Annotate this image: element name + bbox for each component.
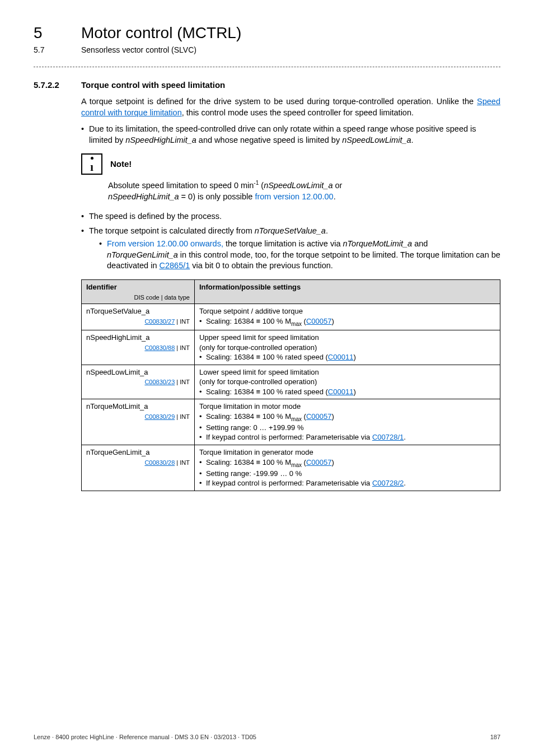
identifier-name: nTorqueGenLimit_a xyxy=(86,448,149,456)
parameter-table: Identifier DIS code | data type Informat… xyxy=(81,279,500,491)
ps-i2: nTorqueGenLimit_a xyxy=(107,250,178,259)
info-title: Torque limitation in motor mode xyxy=(199,402,495,412)
note-sup: -1 xyxy=(254,180,259,186)
info-subtitle: (only for torque-controlled operation) xyxy=(199,343,495,353)
info-bullet: Scaling: 16384 ≡ 100 % rated speed (C000… xyxy=(199,352,495,362)
bullet-close: . xyxy=(404,433,406,441)
dis-code-link[interactable]: C00830/28 xyxy=(144,459,175,466)
ps-m1: and xyxy=(412,239,428,248)
identifier-name: nTorqueMotLimit_a xyxy=(86,402,148,410)
identifier-subline: C00830/23 | INT xyxy=(86,378,190,386)
dis-code-link[interactable]: C00830/88 xyxy=(144,344,175,351)
info-icon: ı xyxy=(81,153,102,175)
identifier-subline: C00830/88 | INT xyxy=(86,344,190,352)
intro-bullet-1: Due to its limitation, the speed-control… xyxy=(81,124,500,146)
post-sub-bullets: From version 12.00.00 onwards, the torqu… xyxy=(89,239,500,272)
param-link[interactable]: C00728/2 xyxy=(372,479,404,487)
footer-page-number: 187 xyxy=(490,733,500,741)
bullet-subscript: max xyxy=(291,461,302,468)
table-row: nTorqueGenLimit_aC00830/28 | INTTorque l… xyxy=(82,445,500,491)
info-title: Torque setpoint / additive torque xyxy=(199,306,495,316)
info-bullet: Scaling: 16384 ≡ 100 % rated speed (C000… xyxy=(199,387,495,397)
bullet-pre: Scaling: 16384 ≡ 100 % M xyxy=(206,317,291,325)
identifier-subline: C00830/27 | INT xyxy=(86,318,190,326)
bullet-pre: Scaling: 16384 ≡ 100 % M xyxy=(206,458,291,466)
param-link[interactable]: C00057 xyxy=(306,458,332,466)
info-subtitle: (only for torque-controlled operation) xyxy=(199,377,495,387)
info-bullet: Setting range: -199.99 … 0 % xyxy=(199,469,495,479)
param-link[interactable]: C00057 xyxy=(306,412,332,421)
info-title: Upper speed limit for speed limitation xyxy=(199,333,495,343)
info-bullets: Scaling: 16384 ≡ 100 % Mmax (C00057) xyxy=(199,316,495,328)
version-link[interactable]: from version 12.00.00 xyxy=(255,192,333,201)
bullet-subscript: max xyxy=(291,320,302,326)
identifier-name: nSpeedHighLimit_a xyxy=(86,333,149,342)
note-i1: nSpeedLowLimit_a xyxy=(264,181,332,190)
param-link[interactable]: C00011 xyxy=(328,353,354,361)
bullet-close: ) xyxy=(353,388,355,396)
divider xyxy=(34,67,500,67)
info-cell: Torque setpoint / additive torqueScaling… xyxy=(194,304,500,330)
note-i2: nSpeedHighLimit_a xyxy=(108,192,179,201)
th-info: Information/possible settings xyxy=(194,279,500,304)
dis-code-link[interactable]: C00830/27 xyxy=(144,318,175,325)
intro-paragraph: A torque setpoint is defined for the dri… xyxy=(81,96,500,118)
section-number: 5.7.2.2 xyxy=(34,80,64,91)
bullet-open: ( xyxy=(302,317,306,325)
identifier-subline: C00830/28 | INT xyxy=(86,459,190,467)
bullet-pre: If keypad control is performed: Paramete… xyxy=(206,479,372,487)
note-head: ı Note! xyxy=(81,153,500,175)
info-title: Lower speed limit for speed limitation xyxy=(199,367,495,377)
intro-text-post: , this control mode uses the speed contr… xyxy=(182,108,414,117)
info-bullet: Setting range: 0 … +199.99 % xyxy=(199,423,495,433)
post-sub-1: From version 12.00.00 onwards, the torqu… xyxy=(99,239,500,272)
info-bullet: Scaling: 16384 ≡ 100 % Mmax (C00057) xyxy=(199,316,495,328)
data-type: | INT xyxy=(175,318,190,325)
section-title: Torque control with speed limitation xyxy=(81,80,225,91)
b1-ident1: nSpeedHighLimit_a xyxy=(125,136,196,144)
identifier-name: nSpeedLowLimit_a xyxy=(86,368,148,376)
identifier-subline: C00830/29 | INT xyxy=(86,413,190,421)
c2865-link[interactable]: C2865/1 xyxy=(160,261,190,270)
version-onwards-link[interactable]: From version 12.00.00 onwards, xyxy=(107,239,223,248)
bullet-subscript: max xyxy=(291,416,302,422)
page-footer: Lenze · 8400 protec HighLine · Reference… xyxy=(34,733,500,741)
bullet-pre: Scaling: 16384 ≡ 100 % rated speed ( xyxy=(206,353,328,361)
bullet-close: ) xyxy=(353,353,355,361)
th-identifier: Identifier DIS code | data type xyxy=(82,279,195,304)
param-link[interactable]: C00057 xyxy=(306,317,332,325)
dis-code-link[interactable]: C00830/23 xyxy=(144,379,175,385)
param-link[interactable]: C00011 xyxy=(328,388,354,396)
th-left-sub: DIS code | data type xyxy=(86,293,190,302)
info-title: Torque limitation in generator mode xyxy=(199,447,495,458)
table-row: nTorqueMotLimit_aC00830/29 | INTTorque l… xyxy=(82,399,500,445)
table-row: nSpeedLowLimit_aC00830/23 | INTLower spe… xyxy=(82,365,500,399)
identifier-cell: nTorqueGenLimit_aC00830/28 | INT xyxy=(82,445,195,491)
note-l1-pre: Absolute speed limitation to speed 0 min xyxy=(108,181,254,190)
info-cell: Lower speed limit for speed limitation(o… xyxy=(194,365,500,399)
sub-header: 5.7 Sensorless vector control (SLVC) xyxy=(34,45,500,55)
sub-number: 5.7 xyxy=(34,45,64,55)
data-type: | INT xyxy=(175,344,190,351)
note-box: ı Note! Absolute speed limitation to spe… xyxy=(81,153,500,202)
identifier-cell: nSpeedLowLimit_aC00830/23 | INT xyxy=(82,365,195,399)
bullet-close: ) xyxy=(331,458,334,466)
data-type: | INT xyxy=(175,459,190,466)
dis-code-link[interactable]: C00830/29 xyxy=(144,413,175,420)
info-bullets: Scaling: 16384 ≡ 100 % Mmax (C00057)Sett… xyxy=(199,412,495,442)
info-bullet: If keypad control is performed: Paramete… xyxy=(199,432,495,442)
bullet-pre: If keypad control is performed: Paramete… xyxy=(206,433,372,441)
bullet-open: ( xyxy=(302,412,306,421)
identifier-cell: nSpeedHighLimit_aC00830/88 | INT xyxy=(82,330,195,365)
note-text: Absolute speed limitation to speed 0 min… xyxy=(108,179,500,202)
info-cell: Torque limitation in motor modeScaling: … xyxy=(194,399,500,445)
info-cell: Upper speed limit for speed limitation(o… xyxy=(194,330,500,365)
bullet-pre: Scaling: 16384 ≡ 100 % M xyxy=(206,412,291,421)
post-bullet-2: The torque setpoint is calculated direct… xyxy=(81,226,500,272)
th-left-label: Identifier xyxy=(86,283,117,291)
param-link[interactable]: C00728/1 xyxy=(372,433,404,441)
info-bullets: Scaling: 16384 ≡ 100 % rated speed (C000… xyxy=(199,387,495,397)
chapter-number: 5 xyxy=(34,22,64,44)
table-row: nTorqueSetValue_aC00830/27 | INTTorque s… xyxy=(82,304,500,330)
chapter-title: Motor control (MCTRL) xyxy=(81,22,241,44)
